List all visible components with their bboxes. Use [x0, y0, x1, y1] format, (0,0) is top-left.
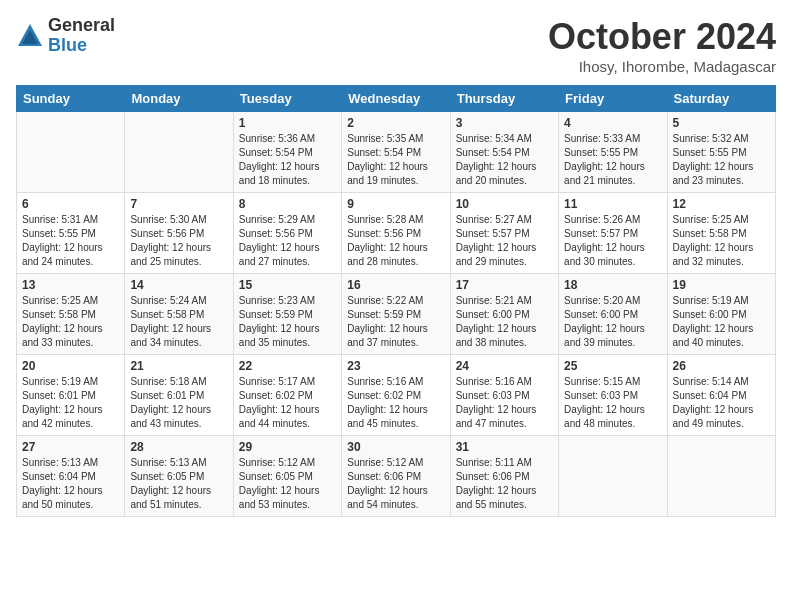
calendar-cell: 30Sunrise: 5:12 AMSunset: 6:06 PMDayligh… [342, 436, 450, 517]
calendar-table: Sunday Monday Tuesday Wednesday Thursday… [16, 85, 776, 517]
calendar-body: 1Sunrise: 5:36 AMSunset: 5:54 PMDaylight… [17, 112, 776, 517]
day-number: 10 [456, 197, 553, 211]
title-block: October 2024 Ihosy, Ihorombe, Madagascar [548, 16, 776, 75]
calendar-cell [17, 112, 125, 193]
day-number: 14 [130, 278, 227, 292]
day-number: 17 [456, 278, 553, 292]
header-monday: Monday [125, 86, 233, 112]
calendar-cell: 9Sunrise: 5:28 AMSunset: 5:56 PMDaylight… [342, 193, 450, 274]
day-number: 2 [347, 116, 444, 130]
day-number: 20 [22, 359, 119, 373]
day-number: 23 [347, 359, 444, 373]
calendar-cell: 25Sunrise: 5:15 AMSunset: 6:03 PMDayligh… [559, 355, 667, 436]
day-info: Sunrise: 5:25 AMSunset: 5:58 PMDaylight:… [673, 213, 770, 269]
day-info: Sunrise: 5:20 AMSunset: 6:00 PMDaylight:… [564, 294, 661, 350]
day-info: Sunrise: 5:13 AMSunset: 6:04 PMDaylight:… [22, 456, 119, 512]
day-number: 31 [456, 440, 553, 454]
day-info: Sunrise: 5:25 AMSunset: 5:58 PMDaylight:… [22, 294, 119, 350]
day-info: Sunrise: 5:36 AMSunset: 5:54 PMDaylight:… [239, 132, 336, 188]
calendar-cell: 20Sunrise: 5:19 AMSunset: 6:01 PMDayligh… [17, 355, 125, 436]
day-number: 16 [347, 278, 444, 292]
calendar-cell: 8Sunrise: 5:29 AMSunset: 5:56 PMDaylight… [233, 193, 341, 274]
logo-general: General [48, 16, 115, 36]
day-info: Sunrise: 5:26 AMSunset: 5:57 PMDaylight:… [564, 213, 661, 269]
day-info: Sunrise: 5:19 AMSunset: 6:00 PMDaylight:… [673, 294, 770, 350]
calendar-cell: 24Sunrise: 5:16 AMSunset: 6:03 PMDayligh… [450, 355, 558, 436]
day-info: Sunrise: 5:16 AMSunset: 6:02 PMDaylight:… [347, 375, 444, 431]
logo-icon [16, 22, 44, 50]
day-info: Sunrise: 5:28 AMSunset: 5:56 PMDaylight:… [347, 213, 444, 269]
day-info: Sunrise: 5:22 AMSunset: 5:59 PMDaylight:… [347, 294, 444, 350]
day-number: 28 [130, 440, 227, 454]
day-number: 21 [130, 359, 227, 373]
header-tuesday: Tuesday [233, 86, 341, 112]
day-info: Sunrise: 5:32 AMSunset: 5:55 PMDaylight:… [673, 132, 770, 188]
month-title: October 2024 [548, 16, 776, 58]
day-number: 8 [239, 197, 336, 211]
logo: General Blue [16, 16, 115, 56]
day-number: 7 [130, 197, 227, 211]
calendar-cell: 22Sunrise: 5:17 AMSunset: 6:02 PMDayligh… [233, 355, 341, 436]
header-friday: Friday [559, 86, 667, 112]
calendar-cell: 31Sunrise: 5:11 AMSunset: 6:06 PMDayligh… [450, 436, 558, 517]
location-subtitle: Ihosy, Ihorombe, Madagascar [548, 58, 776, 75]
calendar-cell: 6Sunrise: 5:31 AMSunset: 5:55 PMDaylight… [17, 193, 125, 274]
day-info: Sunrise: 5:31 AMSunset: 5:55 PMDaylight:… [22, 213, 119, 269]
day-number: 18 [564, 278, 661, 292]
day-info: Sunrise: 5:29 AMSunset: 5:56 PMDaylight:… [239, 213, 336, 269]
calendar-cell [559, 436, 667, 517]
day-number: 9 [347, 197, 444, 211]
day-info: Sunrise: 5:21 AMSunset: 6:00 PMDaylight:… [456, 294, 553, 350]
day-number: 6 [22, 197, 119, 211]
day-info: Sunrise: 5:11 AMSunset: 6:06 PMDaylight:… [456, 456, 553, 512]
calendar-cell [125, 112, 233, 193]
day-info: Sunrise: 5:30 AMSunset: 5:56 PMDaylight:… [130, 213, 227, 269]
day-info: Sunrise: 5:35 AMSunset: 5:54 PMDaylight:… [347, 132, 444, 188]
day-number: 25 [564, 359, 661, 373]
header-thursday: Thursday [450, 86, 558, 112]
calendar-cell: 3Sunrise: 5:34 AMSunset: 5:54 PMDaylight… [450, 112, 558, 193]
day-number: 13 [22, 278, 119, 292]
day-number: 24 [456, 359, 553, 373]
day-info: Sunrise: 5:27 AMSunset: 5:57 PMDaylight:… [456, 213, 553, 269]
calendar-cell: 18Sunrise: 5:20 AMSunset: 6:00 PMDayligh… [559, 274, 667, 355]
calendar-week-row: 27Sunrise: 5:13 AMSunset: 6:04 PMDayligh… [17, 436, 776, 517]
day-number: 4 [564, 116, 661, 130]
calendar-cell: 7Sunrise: 5:30 AMSunset: 5:56 PMDaylight… [125, 193, 233, 274]
day-number: 27 [22, 440, 119, 454]
calendar-cell: 28Sunrise: 5:13 AMSunset: 6:05 PMDayligh… [125, 436, 233, 517]
calendar-cell: 19Sunrise: 5:19 AMSunset: 6:00 PMDayligh… [667, 274, 775, 355]
header-row: Sunday Monday Tuesday Wednesday Thursday… [17, 86, 776, 112]
day-number: 22 [239, 359, 336, 373]
calendar-cell: 11Sunrise: 5:26 AMSunset: 5:57 PMDayligh… [559, 193, 667, 274]
day-number: 12 [673, 197, 770, 211]
day-number: 5 [673, 116, 770, 130]
day-number: 15 [239, 278, 336, 292]
calendar-cell: 5Sunrise: 5:32 AMSunset: 5:55 PMDaylight… [667, 112, 775, 193]
day-info: Sunrise: 5:12 AMSunset: 6:05 PMDaylight:… [239, 456, 336, 512]
day-info: Sunrise: 5:24 AMSunset: 5:58 PMDaylight:… [130, 294, 227, 350]
day-info: Sunrise: 5:18 AMSunset: 6:01 PMDaylight:… [130, 375, 227, 431]
day-info: Sunrise: 5:12 AMSunset: 6:06 PMDaylight:… [347, 456, 444, 512]
day-info: Sunrise: 5:33 AMSunset: 5:55 PMDaylight:… [564, 132, 661, 188]
day-info: Sunrise: 5:15 AMSunset: 6:03 PMDaylight:… [564, 375, 661, 431]
calendar-cell: 4Sunrise: 5:33 AMSunset: 5:55 PMDaylight… [559, 112, 667, 193]
calendar-cell: 17Sunrise: 5:21 AMSunset: 6:00 PMDayligh… [450, 274, 558, 355]
day-info: Sunrise: 5:34 AMSunset: 5:54 PMDaylight:… [456, 132, 553, 188]
day-info: Sunrise: 5:14 AMSunset: 6:04 PMDaylight:… [673, 375, 770, 431]
header-saturday: Saturday [667, 86, 775, 112]
logo-text: General Blue [48, 16, 115, 56]
calendar-cell: 1Sunrise: 5:36 AMSunset: 5:54 PMDaylight… [233, 112, 341, 193]
day-info: Sunrise: 5:13 AMSunset: 6:05 PMDaylight:… [130, 456, 227, 512]
logo-blue: Blue [48, 36, 115, 56]
calendar-cell: 10Sunrise: 5:27 AMSunset: 5:57 PMDayligh… [450, 193, 558, 274]
calendar-week-row: 13Sunrise: 5:25 AMSunset: 5:58 PMDayligh… [17, 274, 776, 355]
day-number: 26 [673, 359, 770, 373]
calendar-cell: 16Sunrise: 5:22 AMSunset: 5:59 PMDayligh… [342, 274, 450, 355]
header-wednesday: Wednesday [342, 86, 450, 112]
calendar-cell: 27Sunrise: 5:13 AMSunset: 6:04 PMDayligh… [17, 436, 125, 517]
day-info: Sunrise: 5:19 AMSunset: 6:01 PMDaylight:… [22, 375, 119, 431]
calendar-cell: 29Sunrise: 5:12 AMSunset: 6:05 PMDayligh… [233, 436, 341, 517]
header-sunday: Sunday [17, 86, 125, 112]
calendar-cell: 2Sunrise: 5:35 AMSunset: 5:54 PMDaylight… [342, 112, 450, 193]
